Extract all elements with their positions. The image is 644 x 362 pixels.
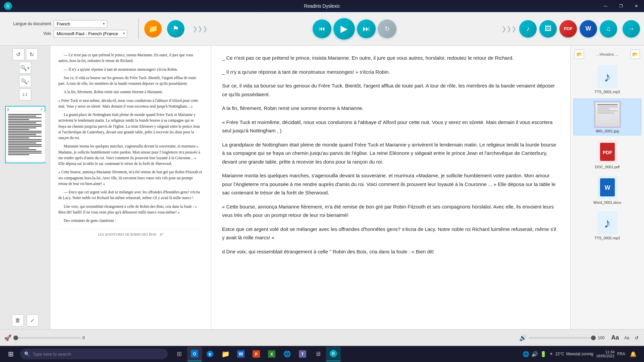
file-item-pdf1[interactable]: PDF DOC_0001.pdf	[573, 138, 641, 171]
edge-icon[interactable]: e	[203, 347, 217, 361]
pdf-file-icon: PDF	[597, 140, 618, 164]
start-button[interactable]: ⊞	[3, 346, 19, 362]
taskbar-search-box[interactable]: 🔍 Type here to search	[20, 349, 168, 359]
export-button[interactable]: →	[623, 20, 640, 38]
check-button[interactable]: ✓	[26, 314, 39, 326]
word-tool-button[interactable]: W	[580, 20, 597, 38]
chrome-icon[interactable]: 🌐	[280, 347, 294, 361]
langue-select[interactable]: French	[54, 20, 107, 28]
play-button[interactable]: ▶	[333, 18, 355, 40]
voix-select[interactable]: Microsoft Paul - French (France	[54, 30, 127, 38]
page-thumbnail[interactable]: 3 ✓	[5, 106, 45, 163]
image-thumbnail	[594, 101, 621, 128]
music-tool-button[interactable]: ♪	[519, 20, 537, 38]
voix-label: Voix	[4, 31, 51, 36]
thumb-line	[8, 114, 42, 115]
volume-slider[interactable]	[529, 337, 596, 339]
sound-tray-icon[interactable]: 🔊	[531, 351, 538, 357]
repeat-button[interactable]: ↻	[378, 19, 396, 38]
font-decrease-button[interactable]: Aa	[623, 335, 631, 341]
weather-widget[interactable]: ☀ 22°C Meestal zonnig	[549, 352, 593, 356]
fast-forward-button[interactable]: ⏭	[357, 19, 376, 38]
battery-icon[interactable]: 🔋	[540, 351, 547, 357]
thumb-line	[8, 127, 37, 128]
thumb-line	[8, 154, 30, 155]
thumb-lines	[7, 112, 45, 157]
sidebar-tools-row: ↺ ↻	[1, 48, 49, 60]
svg-text:PDF: PDF	[603, 150, 612, 155]
undo-button[interactable]: ↺	[12, 48, 24, 60]
doc-paragraph: Sur ce, il vida sa bourse sur les genoux…	[58, 75, 203, 87]
taskbar-system-tray: 🌐 🔊 🔋 ☀ 22°C Meestal zonnig 11:34 18/05/…	[523, 349, 641, 359]
audio-file-icon: ♪	[597, 65, 618, 88]
search-icon: 🔍	[24, 351, 30, 357]
sidebar-back-button[interactable]: 📂	[575, 50, 584, 59]
teams-icon[interactable]: T	[295, 347, 310, 361]
readiris-taskbar-icon[interactable]: R	[326, 347, 341, 361]
file-item-word1[interactable]: W Word_0001.docx	[573, 174, 641, 206]
network-icon[interactable]: 🌐	[523, 351, 529, 357]
powerpoint-icon[interactable]: P	[249, 347, 264, 361]
file-name-tts2: TTS_0002.mp3	[595, 236, 620, 240]
close-button[interactable]: ✕	[629, 0, 644, 12]
thumb-line	[8, 126, 42, 127]
sidebar-forward-button[interactable]: 📂	[631, 50, 640, 59]
langue-field: Langue du document French	[4, 20, 127, 28]
actual-size-button[interactable]: 1:1	[19, 88, 31, 101]
thumb-line	[8, 146, 42, 147]
thumb-line	[8, 121, 42, 122]
zoom-in-button[interactable]: 🔍+	[19, 62, 31, 74]
minimize-button[interactable]: —	[598, 0, 613, 12]
search-placeholder: Type here to search	[33, 352, 71, 357]
audio-tool-button[interactable]: ♫	[600, 20, 617, 38]
svg-text:P: P	[255, 352, 258, 357]
right-sidebar-header: 📂 ...\Readiris ... 📂	[573, 48, 641, 60]
document-view[interactable]: — Ce n'est pas ce que prétend le prince,…	[50, 46, 211, 329]
image-tool-button[interactable]: 🖼	[539, 20, 557, 38]
language-indicator[interactable]: FRA	[617, 352, 625, 356]
settings-button[interactable]: ⚑	[167, 20, 184, 38]
outlook-icon[interactable]: O	[187, 347, 202, 361]
file-item-img1[interactable]: IMG_0001.jpg	[573, 99, 641, 135]
toolbar-divider-1	[138, 19, 139, 39]
font-increase-button[interactable]: Aa	[610, 334, 620, 342]
rewind-button[interactable]: ⏮	[313, 19, 331, 38]
file-item-tts2[interactable]: ♪ TTS_0002.mp3	[573, 209, 641, 242]
notification-button[interactable]: 🔔	[628, 349, 639, 359]
font-reset-button[interactable]: ↺	[633, 335, 640, 341]
text-view[interactable]: _ Ce n'est pas ce que prétend le prince,…	[211, 46, 570, 329]
file-name-img1: IMG_0001.jpg	[596, 129, 619, 133]
svg-text:T: T	[301, 352, 304, 357]
open-file-button[interactable]: 📁	[144, 20, 162, 38]
export-area: →	[623, 20, 640, 38]
remote-desktop-icon[interactable]: 🖥	[311, 347, 325, 361]
zoom-out-button[interactable]: 🔍-	[19, 75, 31, 87]
sidebar-bottom-buttons: 🗑 ✓	[12, 314, 39, 326]
file-name-tts1: TTS_0001.mp3	[595, 90, 620, 94]
thumb-line	[8, 144, 42, 145]
redo-button[interactable]: ↻	[26, 48, 38, 60]
speed-slider[interactable]	[13, 337, 80, 339]
pdf-tool-button[interactable]: PDF	[559, 20, 577, 38]
text-paragraph: d Dne voix, qui ressemblait étrangement …	[222, 247, 559, 256]
sidebar-tools-row-4: 1:1	[1, 88, 49, 101]
thumb-line	[8, 141, 42, 142]
delete-button[interactable]: 🗑	[12, 314, 24, 326]
toolbar: Langue du document French Voix Microsoft…	[0, 12, 644, 46]
sidebar-tools-row-3: 🔍-	[1, 75, 49, 87]
word-taskbar-icon[interactable]: W	[233, 347, 248, 361]
excel-icon[interactable]: X	[264, 347, 279, 361]
voix-field: Voix Microsoft Paul - French (France	[4, 30, 127, 38]
save-buttons: ⚑	[167, 20, 184, 38]
doc-text-content: — Ce n'est pas ce que prétend le prince,…	[58, 52, 203, 224]
maximize-button[interactable]: ❐	[613, 0, 629, 12]
task-view-button[interactable]: ⊞	[172, 347, 186, 361]
thumb-line	[8, 142, 37, 143]
explorer-icon[interactable]: 📁	[218, 347, 233, 361]
titlebar: R Readiris Dyslexic — ❐ ✕	[0, 0, 644, 12]
system-clock[interactable]: 11:34 18/05/2022	[596, 350, 614, 358]
app-title: Readiris Dyslexic	[304, 3, 340, 9]
speed-control: 🚀 0	[4, 334, 515, 342]
thumb-line	[8, 139, 42, 140]
file-item-tts1[interactable]: ♪ TTS_0001.mp3	[573, 63, 641, 96]
